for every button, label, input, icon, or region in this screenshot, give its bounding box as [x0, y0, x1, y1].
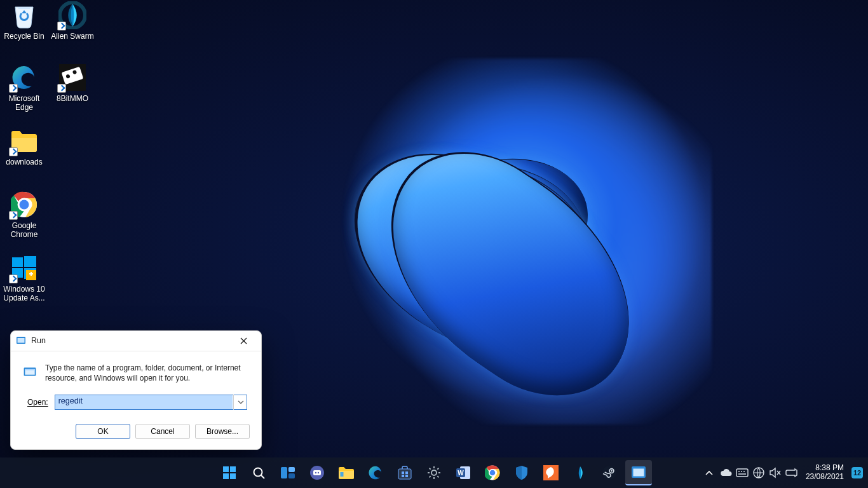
network-icon — [752, 466, 765, 479]
close-button[interactable] — [231, 331, 256, 350]
run-open-label: Open: — [27, 398, 48, 407]
ok-button[interactable]: OK — [76, 424, 130, 439]
shield-icon — [515, 465, 529, 480]
windows-security-button[interactable] — [508, 460, 535, 485]
run-app-button[interactable] — [625, 460, 652, 485]
taskbar: W — [0, 458, 868, 488]
word-icon: W — [456, 465, 471, 480]
origin-icon — [543, 465, 559, 480]
svg-rect-21 — [230, 473, 236, 479]
run-icon — [631, 466, 646, 478]
edge-button[interactable] — [362, 460, 389, 485]
desktop-icon-alien-swarm[interactable]: Alien Swarm — [48, 1, 97, 41]
file-explorer-button[interactable] — [333, 460, 360, 485]
desktop-icon-microsoft-edge[interactable]: Microsoft Edge — [0, 64, 48, 112]
chat-icon — [309, 465, 325, 480]
task-view-button[interactable] — [275, 460, 301, 485]
chat-button[interactable] — [304, 460, 330, 485]
file-explorer-icon — [338, 466, 355, 480]
store-icon — [397, 465, 412, 480]
steam-icon — [602, 465, 617, 480]
combobox-dropdown-button[interactable] — [233, 395, 247, 410]
chrome-button[interactable] — [479, 460, 506, 485]
desktop-icon-label: Microsoft Edge — [9, 94, 40, 112]
origin-button[interactable] — [538, 460, 564, 485]
app-icon — [573, 465, 587, 480]
svg-rect-49 — [634, 469, 644, 477]
volume-mute-icon — [769, 467, 782, 478]
svg-rect-20 — [223, 473, 229, 479]
system-tray: 8:38 PM 23/08/2021 12 — [703, 464, 868, 482]
svg-text:W: W — [458, 470, 464, 477]
gear-icon — [426, 465, 442, 480]
recycle-bin-icon — [11, 2, 37, 29]
settings-button[interactable] — [421, 460, 447, 485]
run-dialog: Run Type the name of a program, folder, … — [10, 330, 262, 450]
chrome-icon — [485, 465, 500, 480]
clock-date: 23/08/2021 — [806, 473, 844, 482]
run-titlebar[interactable]: Run — [11, 331, 261, 351]
steam-button[interactable] — [596, 460, 623, 485]
desktop-icon-label: Alien Swarm — [51, 32, 93, 41]
run-title-text: Run — [31, 336, 46, 345]
svg-rect-24 — [288, 467, 295, 472]
run-open-combobox[interactable]: regedit — [55, 395, 247, 410]
svg-point-22 — [254, 468, 262, 477]
svg-rect-35 — [402, 475, 404, 477]
desktop-icon-google-chrome[interactable]: Google Chrome — [0, 191, 48, 240]
close-icon — [240, 337, 247, 344]
svg-rect-18 — [223, 466, 229, 472]
start-button[interactable] — [216, 460, 243, 485]
cancel-button[interactable]: Cancel — [135, 424, 190, 439]
svg-point-37 — [431, 470, 437, 475]
chevron-up-icon — [705, 470, 713, 475]
cloud-icon — [719, 468, 732, 477]
search-button[interactable] — [245, 460, 272, 485]
word-button[interactable]: W — [450, 460, 477, 485]
desktop-icon-downloads[interactable]: downloads — [0, 127, 48, 166]
network-tray-icon[interactable] — [752, 466, 765, 479]
run-open-value: regedit — [58, 396, 83, 405]
shortcut-overlay-icon — [57, 84, 66, 93]
desktop-icon-label: downloads — [6, 158, 42, 166]
taskbar-clock[interactable]: 8:38 PM 23/08/2021 — [806, 464, 844, 482]
shortcut-overlay-icon — [57, 22, 66, 30]
run-body-icon — [24, 363, 36, 381]
desktop-icon-recycle-bin[interactable]: Recycle Bin — [0, 1, 48, 41]
edge-icon — [368, 465, 383, 480]
desktop-icon-label: Windows 10 Update As... — [3, 285, 44, 302]
power-tray-icon[interactable] — [785, 466, 798, 479]
battery-icon — [785, 468, 798, 478]
desktop-icon-win10-update-assistant[interactable]: Windows 10 Update As... — [0, 254, 48, 303]
svg-rect-50 — [736, 469, 748, 477]
svg-rect-25 — [288, 473, 295, 478]
svg-rect-34 — [405, 471, 408, 474]
svg-rect-31 — [341, 472, 344, 477]
windows-logo-icon — [222, 466, 236, 480]
svg-rect-14 — [18, 338, 25, 343]
svg-rect-9 — [24, 256, 36, 267]
input-indicator-icon[interactable] — [736, 466, 749, 479]
shortcut-overlay-icon — [9, 147, 18, 156]
shortcut-overlay-icon — [9, 274, 18, 283]
onedrive-tray-icon[interactable] — [719, 466, 732, 479]
shortcut-overlay-icon — [9, 211, 18, 220]
browse-button[interactable]: Browse... — [195, 424, 250, 439]
volume-tray-icon[interactable] — [769, 466, 782, 479]
svg-rect-32 — [398, 469, 411, 479]
chevron-down-icon — [238, 400, 244, 404]
tray-overflow-button[interactable] — [703, 466, 715, 479]
svg-rect-8 — [12, 257, 23, 267]
desktop-icon-8bitmmo[interactable]: 8BitMMO — [48, 64, 97, 103]
taskbar-center: W — [216, 460, 652, 485]
shortcut-overlay-icon — [9, 84, 18, 93]
app-button[interactable] — [567, 460, 593, 485]
microsoft-store-button[interactable] — [391, 460, 418, 485]
run-dialog-icon — [16, 336, 26, 346]
keyboard-icon — [736, 468, 749, 477]
desktop-icon-label: Recycle Bin — [4, 32, 44, 41]
svg-point-29 — [318, 472, 319, 473]
task-view-icon — [280, 466, 295, 479]
svg-point-28 — [315, 472, 316, 473]
notification-badge[interactable]: 12 — [851, 467, 863, 478]
